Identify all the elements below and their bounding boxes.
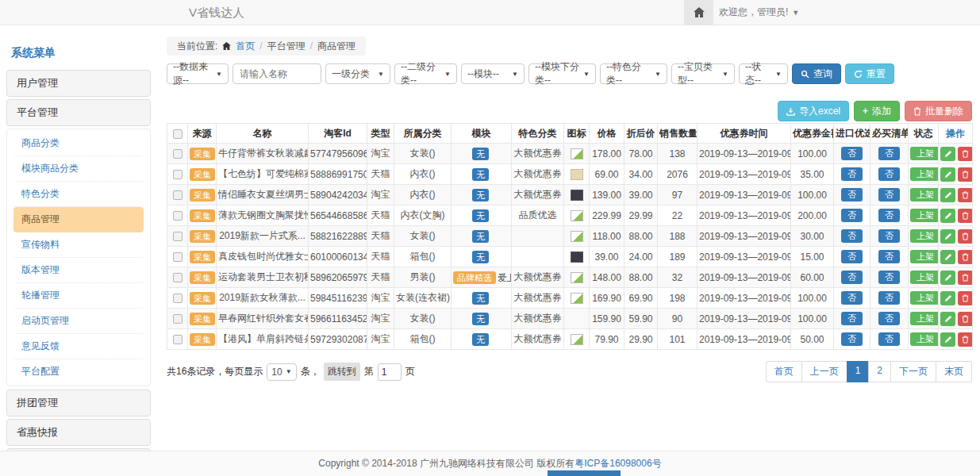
edit-button[interactable] [940, 188, 955, 202]
row-checkbox[interactable] [173, 190, 183, 200]
row-checkbox[interactable] [173, 149, 183, 159]
reset-button[interactable]: 重置 [845, 63, 894, 84]
filter-select-status[interactable]: --状态--▼ [739, 63, 788, 84]
delete-button[interactable] [958, 229, 972, 244]
status-button[interactable]: 上架 [910, 332, 939, 346]
edit-button[interactable] [940, 271, 955, 285]
sidebar-submenu-item[interactable]: 轮播管理 [13, 283, 144, 309]
sidebar-item-user-management[interactable]: 用户管理 [6, 70, 151, 97]
edit-button[interactable] [940, 229, 955, 244]
import-select-toggle[interactable]: 否 [841, 147, 863, 160]
row-checkbox[interactable] [173, 170, 183, 179]
must-buy-toggle[interactable]: 否 [878, 229, 900, 243]
sidebar-submenu-item[interactable]: 意见反馈 [13, 334, 144, 359]
import-select-toggle[interactable]: 否 [841, 167, 863, 181]
page-button[interactable]: 下一页 [890, 361, 936, 382]
delete-button[interactable] [958, 188, 972, 202]
must-buy-toggle[interactable]: 否 [878, 312, 900, 325]
delete-button[interactable] [958, 147, 972, 161]
status-button[interactable]: 上架 [910, 188, 939, 202]
jump-button[interactable]: 跳转到 [324, 363, 360, 381]
page-button[interactable]: 1 [847, 361, 870, 382]
sidebar-submenu-item[interactable]: 宣传物料 [13, 232, 144, 258]
status-button[interactable]: 上架 [910, 147, 939, 160]
sidebar-submenu-item[interactable]: 特色分类 [13, 182, 144, 207]
page-button[interactable]: 上一页 [801, 361, 847, 382]
edit-button[interactable] [940, 209, 955, 223]
status-button[interactable]: 上架 [910, 250, 939, 263]
must-buy-toggle[interactable]: 否 [878, 271, 900, 284]
import-select-toggle[interactable]: 否 [841, 209, 863, 222]
delete-button[interactable] [958, 209, 972, 223]
import-select-toggle[interactable]: 否 [841, 291, 863, 305]
must-buy-toggle[interactable]: 否 [878, 188, 900, 202]
status-button[interactable]: 上架 [910, 271, 939, 284]
edit-button[interactable] [940, 167, 955, 182]
per-page-select[interactable]: 10▼ [267, 363, 296, 381]
row-checkbox[interactable] [173, 294, 183, 303]
filter-select-level1-category[interactable]: 一级分类▼ [325, 63, 390, 84]
delete-button[interactable] [958, 167, 972, 182]
import-select-toggle[interactable]: 否 [841, 312, 863, 325]
must-buy-toggle[interactable]: 否 [878, 291, 900, 305]
sidebar-submenu-item[interactable]: 启动页管理 [13, 309, 144, 334]
filter-select-module[interactable]: --模块--▼ [461, 63, 525, 84]
jump-page-input[interactable] [378, 363, 402, 381]
page-button[interactable]: 末页 [936, 361, 972, 382]
row-checkbox[interactable] [173, 211, 183, 221]
row-checkbox[interactable] [173, 335, 183, 344]
status-button[interactable]: 上架 [910, 209, 939, 222]
row-checkbox[interactable] [173, 252, 183, 262]
page-button[interactable]: 2 [868, 361, 891, 382]
search-button[interactable]: 查询 [792, 63, 841, 84]
must-buy-toggle[interactable]: 否 [878, 167, 900, 181]
delete-button[interactable] [958, 250, 972, 264]
sidebar-submenu-item[interactable]: 平台配置 [13, 359, 144, 384]
import-select-toggle[interactable]: 否 [841, 229, 863, 243]
add-button[interactable]: + 添加 [854, 101, 900, 121]
sidebar-accordion-item[interactable]: 省惠快报 [6, 419, 151, 446]
import-select-toggle[interactable]: 否 [841, 332, 863, 346]
filter-select-data-source[interactable]: --数据来源--▼ [167, 63, 229, 84]
must-buy-toggle[interactable]: 否 [878, 209, 900, 222]
sidebar-submenu-item[interactable]: 商品分类 [13, 131, 144, 156]
page-button[interactable]: 首页 [766, 361, 802, 382]
batch-delete-button[interactable]: 批量删除 [905, 101, 972, 121]
row-checkbox[interactable] [173, 314, 183, 324]
edit-button[interactable] [940, 332, 955, 347]
row-checkbox[interactable] [173, 232, 183, 241]
status-button[interactable]: 上架 [910, 229, 939, 243]
delete-button[interactable] [958, 312, 972, 326]
must-buy-toggle[interactable]: 否 [878, 250, 900, 263]
sidebar-item-platform-management[interactable]: 平台管理 [6, 99, 151, 126]
edit-button[interactable] [940, 147, 955, 161]
select-all-checkbox[interactable] [173, 129, 183, 139]
import-excel-button[interactable]: 导入excel [778, 101, 849, 121]
delete-button[interactable] [958, 271, 972, 285]
delete-button[interactable] [958, 332, 972, 347]
name-search-input[interactable] [233, 63, 321, 84]
filter-select-level2-category[interactable]: --二级分类--▼ [394, 63, 457, 84]
sidebar-submenu-item[interactable]: 模块商品分类 [13, 156, 144, 182]
filter-select-feature-category[interactable]: --特色分类--▼ [600, 63, 667, 84]
edit-button[interactable] [940, 291, 955, 305]
status-button[interactable]: 上架 [910, 312, 939, 325]
home-button[interactable] [684, 0, 713, 25]
filter-select-item-type[interactable]: --宝贝类型--▼ [671, 63, 735, 84]
must-buy-toggle[interactable]: 否 [878, 332, 900, 346]
sidebar-submenu-item[interactable]: 商品管理 [13, 207, 144, 232]
sidebar-submenu-item[interactable]: 版本管理 [13, 258, 144, 283]
user-menu[interactable]: 欢迎您，管理员! ▼ [719, 0, 799, 25]
import-select-toggle[interactable]: 否 [841, 250, 863, 263]
status-button[interactable]: 上架 [910, 291, 939, 305]
import-select-toggle[interactable]: 否 [841, 188, 863, 202]
edit-button[interactable] [940, 250, 955, 264]
must-buy-toggle[interactable]: 否 [878, 147, 900, 160]
row-checkbox[interactable] [173, 273, 183, 282]
sidebar-accordion-item[interactable]: 拼团管理 [6, 390, 151, 416]
status-button[interactable]: 上架 [910, 167, 939, 181]
filter-select-module-subcategory[interactable]: --模块下分类--▼ [528, 63, 596, 84]
breadcrumb-home-link[interactable]: 首页 [236, 40, 255, 53]
edit-button[interactable] [940, 312, 955, 326]
delete-button[interactable] [958, 291, 972, 305]
